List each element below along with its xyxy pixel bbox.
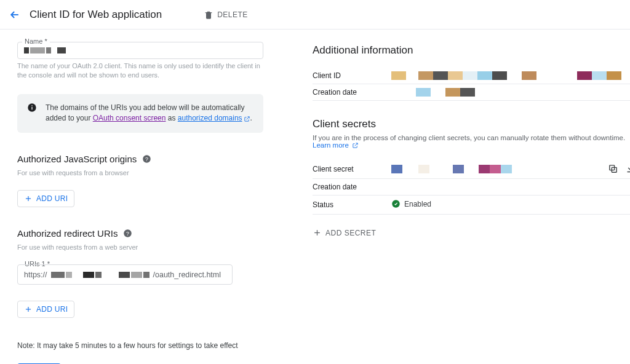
uri1-field-wrap: URIs 1 * https:// /oauth_redirect.html — [17, 264, 233, 285]
redacted-uri-host — [51, 272, 150, 278]
delete-button[interactable]: DELETE — [199, 6, 253, 23]
add-secret-label: ADD SECRET — [325, 229, 376, 237]
status-row: Status Enabled — [313, 196, 630, 215]
secrets-desc-text: If you are in the process of changing cl… — [313, 134, 625, 141]
plus-icon — [313, 228, 322, 237]
uri1-input[interactable]: https:// /oauth_redirect.html — [17, 264, 233, 285]
notice-text-suffix: . — [250, 114, 252, 122]
status-label: Status — [313, 200, 391, 209]
redirect-uris-heading: Authorized redirect URIs — [17, 228, 118, 239]
help-icon[interactable]: ? — [142, 154, 151, 164]
js-origins-heading: Authorized JavaScript origins — [17, 154, 137, 164]
js-origins-subtext: For use with requests from a browser — [17, 169, 263, 176]
help-icon[interactable]: ? — [122, 228, 132, 238]
secret-creation-date-label: Creation date — [313, 183, 391, 191]
svg-text:?: ? — [145, 156, 148, 162]
authorized-domains-link[interactable]: authorized domains — [178, 114, 242, 122]
client-secrets-heading: Client secrets — [313, 118, 630, 130]
add-redirect-uri-button[interactable]: ADD URI — [17, 301, 74, 318]
secret-creation-date-row: Creation date — [313, 179, 630, 196]
add-secret-button[interactable]: ADD SECRET — [313, 228, 376, 237]
download-icon[interactable] — [625, 164, 630, 175]
svg-rect-1 — [31, 106, 32, 109]
oauth-consent-link[interactable]: OAuth consent screen — [93, 114, 166, 122]
redacted-name-value — [24, 47, 66, 53]
status-value: Enabled — [404, 200, 431, 208]
uri1-suffix: /oauth_redirect.html — [153, 271, 221, 279]
name-field-label: Name * — [22, 38, 50, 45]
check-circle-icon — [391, 199, 401, 208]
redacted-creation-date — [391, 88, 630, 97]
trash-icon — [204, 10, 213, 20]
add-js-uri-label: ADD URI — [36, 194, 68, 203]
settings-delay-note: Note: It may take 5 minutes to a few hou… — [17, 341, 263, 350]
client-secrets-desc: If you are in the process of changing cl… — [313, 134, 630, 149]
learn-more-link[interactable]: Learn more — [313, 141, 349, 149]
js-origins-heading-row: Authorized JavaScript origins ? — [17, 154, 263, 164]
redacted-client-id — [391, 71, 630, 80]
external-link-icon — [244, 116, 250, 122]
client-secret-row: Client secret — [313, 160, 630, 179]
plus-icon — [24, 305, 33, 314]
creation-date-label: Creation date — [313, 88, 391, 97]
add-redirect-uri-label: ADD URI — [36, 305, 68, 314]
svg-text:?: ? — [126, 230, 129, 236]
client-id-row: Client ID — [313, 68, 630, 84]
domains-notice: The domains of the URIs you add below wi… — [17, 94, 263, 133]
notice-text-mid: as — [168, 114, 178, 122]
name-helper-text: The name of your OAuth 2.0 client. This … — [17, 61, 263, 81]
page-header: Client ID for Web application DELETE — [0, 0, 630, 30]
plus-icon — [24, 194, 33, 203]
client-id-label: Client ID — [313, 71, 391, 80]
copy-icon[interactable] — [608, 164, 619, 175]
page-title: Client ID for Web application — [30, 9, 162, 21]
creation-date-row: Creation date — [313, 84, 630, 101]
uri1-prefix: https:// — [24, 271, 47, 279]
name-field-wrap: Name * — [17, 42, 263, 59]
svg-rect-2 — [31, 105, 32, 106]
back-arrow-icon[interactable] — [7, 7, 22, 22]
redirect-uris-heading-row: Authorized redirect URIs ? — [17, 228, 263, 239]
name-input[interactable] — [17, 42, 263, 59]
additional-info-heading: Additional information — [313, 44, 630, 57]
client-secret-label: Client secret — [313, 165, 391, 173]
delete-label: DELETE — [217, 10, 248, 19]
external-link-icon — [352, 142, 359, 149]
redacted-client-secret — [391, 165, 608, 173]
info-icon — [27, 103, 37, 124]
add-js-uri-button[interactable]: ADD URI — [17, 190, 74, 207]
redirect-uris-subtext: For use with requests from a web server — [17, 243, 263, 251]
